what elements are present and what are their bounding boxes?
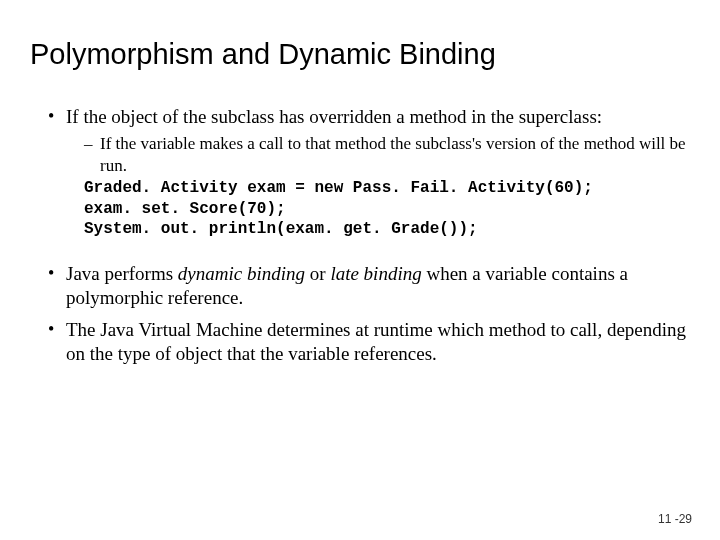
sub-1-text: If the variable makes a call to that met… <box>100 134 686 174</box>
sub-item-1: If the variable makes a call to that met… <box>84 133 690 176</box>
bullet-item-1: If the object of the subclass has overri… <box>48 105 690 240</box>
bullet-list: If the object of the subclass has overri… <box>30 105 690 240</box>
bullet-2-late: late binding <box>330 263 421 284</box>
code-block: Graded. Activity exam = new Pass. Fail. … <box>84 178 690 239</box>
bullet-item-3: The Java Virtual Machine determines at r… <box>48 318 690 367</box>
bullet-2-or: or <box>305 263 330 284</box>
bullet-2-pre: Java performs <box>66 263 178 284</box>
bullet-3-text: The Java Virtual Machine determines at r… <box>66 319 686 364</box>
bullet-item-2: Java performs dynamic binding or late bi… <box>48 262 690 311</box>
bullet-1-text: If the object of the subclass has overri… <box>66 106 602 127</box>
sub-list: If the variable makes a call to that met… <box>66 133 690 176</box>
page-number: 11 -29 <box>658 512 692 526</box>
bullet-2-dyn: dynamic binding <box>178 263 305 284</box>
slide-title: Polymorphism and Dynamic Binding <box>30 38 690 71</box>
bullet-list-2: Java performs dynamic binding or late bi… <box>30 262 690 367</box>
